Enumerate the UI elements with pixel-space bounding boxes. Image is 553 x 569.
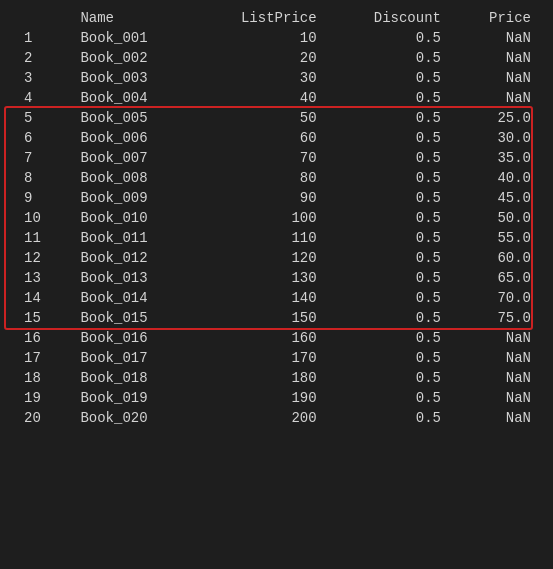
cell-listprice: 110 <box>193 228 329 248</box>
cell-discount: 0.5 <box>329 188 453 208</box>
cell-listprice: 130 <box>193 268 329 288</box>
cell-id: 15 <box>10 308 68 328</box>
col-header-name: Name <box>68 8 192 28</box>
cell-listprice: 40 <box>193 88 329 108</box>
cell-price: 55.0 <box>453 228 543 248</box>
cell-id: 9 <box>10 188 68 208</box>
cell-discount: 0.5 <box>329 288 453 308</box>
cell-discount: 0.5 <box>329 148 453 168</box>
cell-name: Book_013 <box>68 268 192 288</box>
table-row: 7Book_007700.535.0 <box>10 148 543 168</box>
cell-id: 1 <box>10 28 68 48</box>
cell-discount: 0.5 <box>329 228 453 248</box>
cell-id: 10 <box>10 208 68 228</box>
col-header-price: Price <box>453 8 543 28</box>
cell-id: 7 <box>10 148 68 168</box>
cell-name: Book_002 <box>68 48 192 68</box>
cell-price: NaN <box>453 88 543 108</box>
cell-name: Book_001 <box>68 28 192 48</box>
table-wrapper: Name ListPrice Discount Price 1Book_0011… <box>10 8 543 428</box>
cell-name: Book_016 <box>68 328 192 348</box>
table-row: 11Book_0111100.555.0 <box>10 228 543 248</box>
table-row: 4Book_004400.5NaN <box>10 88 543 108</box>
cell-id: 20 <box>10 408 68 428</box>
cell-price: NaN <box>453 388 543 408</box>
table-row: 8Book_008800.540.0 <box>10 168 543 188</box>
cell-name: Book_008 <box>68 168 192 188</box>
cell-name: Book_020 <box>68 408 192 428</box>
cell-discount: 0.5 <box>329 248 453 268</box>
cell-listprice: 90 <box>193 188 329 208</box>
cell-discount: 0.5 <box>329 208 453 228</box>
table-row: 17Book_0171700.5NaN <box>10 348 543 368</box>
cell-name: Book_012 <box>68 248 192 268</box>
table-row: 9Book_009900.545.0 <box>10 188 543 208</box>
cell-name: Book_009 <box>68 188 192 208</box>
table-row: 18Book_0181800.5NaN <box>10 368 543 388</box>
cell-price: 50.0 <box>453 208 543 228</box>
table-row: 3Book_003300.5NaN <box>10 68 543 88</box>
col-header-discount: Discount <box>329 8 453 28</box>
cell-discount: 0.5 <box>329 68 453 88</box>
cell-price: NaN <box>453 368 543 388</box>
cell-id: 2 <box>10 48 68 68</box>
cell-listprice: 190 <box>193 388 329 408</box>
cell-listprice: 60 <box>193 128 329 148</box>
cell-name: Book_017 <box>68 348 192 368</box>
cell-id: 6 <box>10 128 68 148</box>
cell-price: 45.0 <box>453 188 543 208</box>
cell-discount: 0.5 <box>329 368 453 388</box>
cell-id: 19 <box>10 388 68 408</box>
cell-listprice: 70 <box>193 148 329 168</box>
cell-discount: 0.5 <box>329 408 453 428</box>
cell-id: 8 <box>10 168 68 188</box>
cell-name: Book_019 <box>68 388 192 408</box>
table-row: 10Book_0101000.550.0 <box>10 208 543 228</box>
cell-name: Book_015 <box>68 308 192 328</box>
cell-listprice: 160 <box>193 328 329 348</box>
cell-price: 40.0 <box>453 168 543 188</box>
cell-name: Book_011 <box>68 228 192 248</box>
cell-id: 3 <box>10 68 68 88</box>
cell-price: NaN <box>453 48 543 68</box>
cell-listprice: 200 <box>193 408 329 428</box>
cell-name: Book_014 <box>68 288 192 308</box>
table-row: 12Book_0121200.560.0 <box>10 248 543 268</box>
cell-price: 35.0 <box>453 148 543 168</box>
table-container: Name ListPrice Discount Price 1Book_0011… <box>0 8 553 428</box>
cell-listprice: 10 <box>193 28 329 48</box>
cell-id: 13 <box>10 268 68 288</box>
cell-listprice: 50 <box>193 108 329 128</box>
data-table: Name ListPrice Discount Price 1Book_0011… <box>10 8 543 428</box>
table-row: 2Book_002200.5NaN <box>10 48 543 68</box>
cell-listprice: 30 <box>193 68 329 88</box>
cell-listprice: 80 <box>193 168 329 188</box>
table-header-row: Name ListPrice Discount Price <box>10 8 543 28</box>
cell-discount: 0.5 <box>329 328 453 348</box>
cell-discount: 0.5 <box>329 88 453 108</box>
cell-id: 5 <box>10 108 68 128</box>
cell-discount: 0.5 <box>329 388 453 408</box>
cell-id: 4 <box>10 88 68 108</box>
cell-id: 14 <box>10 288 68 308</box>
cell-discount: 0.5 <box>329 168 453 188</box>
table-row: 5Book_005500.525.0 <box>10 108 543 128</box>
cell-discount: 0.5 <box>329 268 453 288</box>
table-row: 1Book_001100.5NaN <box>10 28 543 48</box>
table-row: 6Book_006600.530.0 <box>10 128 543 148</box>
table-row: 19Book_0191900.5NaN <box>10 388 543 408</box>
table-row: 15Book_0151500.575.0 <box>10 308 543 328</box>
col-header-id <box>10 8 68 28</box>
cell-id: 12 <box>10 248 68 268</box>
cell-listprice: 140 <box>193 288 329 308</box>
cell-price: 75.0 <box>453 308 543 328</box>
cell-id: 16 <box>10 328 68 348</box>
table-row: 16Book_0161600.5NaN <box>10 328 543 348</box>
cell-name: Book_003 <box>68 68 192 88</box>
cell-price: 30.0 <box>453 128 543 148</box>
cell-price: NaN <box>453 28 543 48</box>
table-row: 14Book_0141400.570.0 <box>10 288 543 308</box>
cell-price: 65.0 <box>453 268 543 288</box>
cell-listprice: 150 <box>193 308 329 328</box>
cell-listprice: 100 <box>193 208 329 228</box>
